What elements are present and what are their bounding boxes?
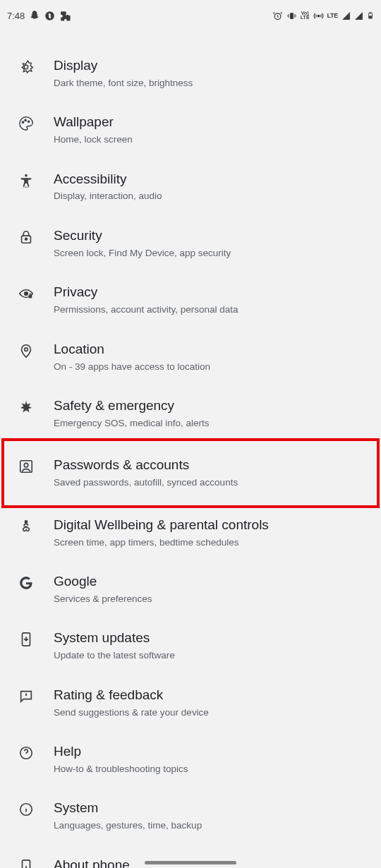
item-title: Rating & feedback (54, 687, 367, 704)
item-subtitle: Display, interaction, audio (54, 190, 367, 203)
svg-rect-2 (290, 13, 294, 19)
svg-point-9 (25, 120, 26, 121)
signal-2-icon (354, 11, 363, 20)
item-subtitle: Home, lock screen (54, 133, 367, 146)
svg-point-16 (25, 348, 28, 351)
settings-item-display[interactable]: Display Dark theme, font size, brightnes… (0, 45, 381, 102)
help-circle-icon (18, 744, 54, 761)
item-subtitle: On - 39 apps have access to location (54, 361, 367, 373)
item-subtitle: Screen time, app timers, bedtime schedul… (54, 536, 367, 549)
settings-item-google[interactable]: Google Services & preferences (0, 561, 381, 617)
status-left: 7:48 (7, 10, 71, 22)
svg-point-3 (318, 15, 320, 17)
item-subtitle: Permissions, account activity, personal … (54, 303, 367, 316)
svg-rect-5 (370, 13, 372, 13)
system-update-icon (18, 630, 54, 647)
settings-item-security[interactable]: Security Screen lock, Find My Device, ap… (0, 215, 381, 272)
item-title: Digital Wellbeing & parental controls (54, 517, 367, 534)
settings-item-wellbeing[interactable]: Digital Wellbeing & parental controls Sc… (0, 505, 381, 561)
phone-info-icon (18, 857, 54, 868)
item-title: Wallpaper (54, 114, 367, 131)
accessibility-icon (18, 171, 54, 188)
svg-point-10 (28, 121, 30, 122)
status-time: 7:48 (7, 11, 25, 21)
item-subtitle: Send suggestions & rate your device (54, 706, 367, 719)
item-title: Help (54, 744, 367, 760)
svg-rect-6 (369, 16, 371, 18)
settings-item-passwords[interactable]: Passwords & accounts Saved passwords, au… (0, 442, 381, 504)
item-subtitle: Update to the latest software (54, 649, 367, 662)
settings-item-accessibility[interactable]: Accessibility Display, interaction, audi… (0, 159, 381, 215)
gesture-nav-handle[interactable] (145, 861, 236, 864)
settings-item-help[interactable]: Help How-to & troubleshooting topics (0, 731, 381, 788)
item-subtitle: Dark theme, font size, brightness (54, 77, 367, 90)
google-g-icon (18, 574, 54, 591)
svg-point-7 (24, 65, 28, 69)
status-bar: 7:48 Vo)LTE LTE (0, 0, 381, 31)
svg-point-19 (25, 521, 27, 523)
item-subtitle: Emergency SOS, medical info, alerts (54, 417, 367, 430)
battery-icon (367, 10, 374, 21)
settings-item-safety[interactable]: Safety & emergency Emergency SOS, medica… (0, 385, 381, 442)
location-pin-icon (18, 342, 54, 358)
account-box-icon (18, 457, 54, 474)
item-title: Safety & emergency (54, 398, 367, 414)
item-title: Security (54, 228, 367, 244)
alarm-icon (272, 11, 283, 21)
item-title: Google (54, 574, 367, 590)
item-title: System updates (54, 630, 367, 646)
item-subtitle: Saved passwords, autofill, synced accoun… (54, 476, 367, 489)
lock-icon (18, 228, 54, 245)
wellbeing-icon (18, 517, 54, 534)
settings-item-privacy[interactable]: Privacy Permissions, account activity, p… (0, 272, 381, 328)
settings-list: Display Dark theme, font size, brightnes… (0, 31, 381, 868)
shazam-icon (44, 11, 55, 21)
lte-label: LTE (327, 12, 338, 19)
item-title: System (54, 800, 367, 816)
item-subtitle: Screen lock, Find My Device, app securit… (54, 247, 367, 260)
item-subtitle: How-to & troubleshooting topics (54, 763, 367, 776)
volte-icon: Vo)LTE (301, 11, 310, 20)
settings-item-about[interactable]: About phone moto g(60) (0, 845, 381, 868)
item-subtitle: Languages, gestures, time, backup (54, 819, 367, 832)
status-right: Vo)LTE LTE (272, 10, 374, 21)
svg-point-13 (25, 238, 28, 240)
vibrate-icon (286, 11, 297, 21)
item-title: Passwords & accounts (54, 457, 367, 474)
palette-icon (18, 114, 54, 131)
settings-item-location[interactable]: Location On - 39 apps have access to loc… (0, 329, 381, 385)
signal-1-icon (341, 11, 351, 20)
item-subtitle: Services & preferences (54, 593, 367, 605)
settings-item-wallpaper[interactable]: Wallpaper Home, lock screen (0, 102, 381, 158)
item-title: Accessibility (54, 171, 367, 188)
svg-point-8 (22, 121, 23, 123)
settings-item-system[interactable]: System Languages, gestures, time, backup (0, 788, 381, 844)
item-title: Display (54, 58, 367, 74)
item-title: Location (54, 342, 367, 358)
settings-item-updates[interactable]: System updates Update to the latest soft… (0, 617, 381, 674)
puzzle-icon (59, 10, 71, 22)
snapchat-icon (29, 10, 40, 21)
feedback-icon (18, 687, 54, 704)
svg-point-14 (25, 292, 28, 296)
brightness-icon (18, 58, 54, 75)
svg-rect-15 (29, 295, 32, 299)
settings-item-rating[interactable]: Rating & feedback Send suggestions & rat… (0, 675, 381, 731)
info-circle-icon (18, 800, 54, 817)
svg-point-11 (25, 174, 28, 177)
item-title: Privacy (54, 284, 367, 301)
hotspot-icon (313, 11, 324, 21)
privacy-eye-icon (18, 284, 54, 301)
svg-point-18 (24, 464, 28, 468)
medical-asterisk-icon (18, 398, 54, 415)
